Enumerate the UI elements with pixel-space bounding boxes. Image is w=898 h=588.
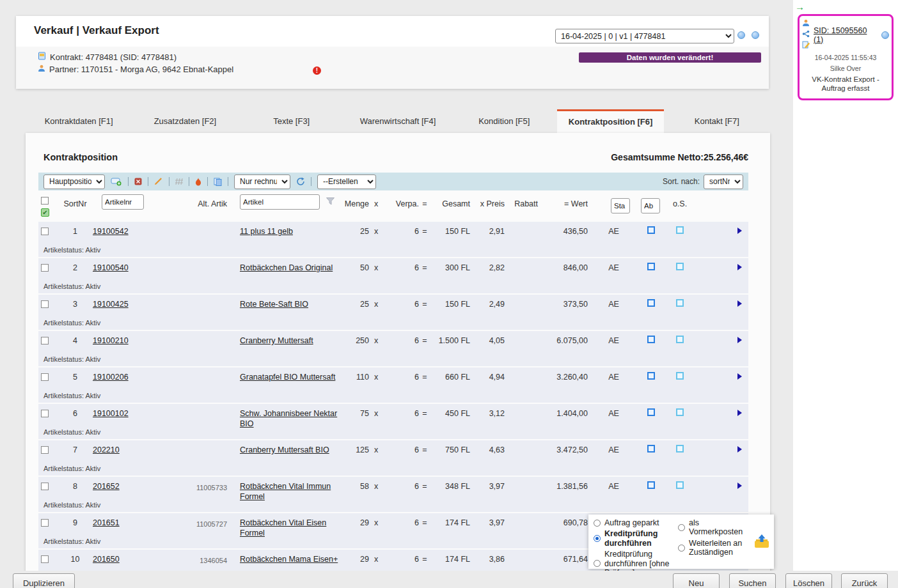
radio-option[interactable]: Weiterleiten an Zuständigen (678, 539, 750, 557)
artikelnr-link[interactable]: 19100542 (93, 227, 129, 236)
tab[interactable]: Kontraktposition [F6] (557, 109, 663, 133)
tab[interactable]: Kontakt [F7] (664, 109, 770, 133)
artikelnr-link[interactable]: 19100425 (93, 300, 129, 309)
artikel-link[interactable]: Granatapfel BIO Muttersaft (240, 373, 335, 382)
sta-filter-input[interactable] (611, 198, 630, 213)
sta-checkbox[interactable] (647, 263, 655, 270)
ab-checkbox[interactable] (676, 299, 684, 307)
row-checkbox[interactable] (41, 300, 49, 308)
copy-icon[interactable] (214, 178, 222, 186)
row-checkbox[interactable] (41, 483, 49, 490)
artikel-link[interactable]: Rotbäckchen Vital Eisen Formel (240, 518, 326, 538)
radio-icon[interactable] (678, 545, 685, 552)
ab-checkbox[interactable] (676, 263, 684, 270)
position-type-select[interactable]: Hauptposition (43, 174, 105, 189)
tab[interactable]: Zusatzdaten [F2] (132, 109, 238, 133)
row-expand-arrow-icon[interactable] (737, 228, 742, 234)
send-order-icon[interactable] (753, 534, 770, 565)
filter-funnel-icon[interactable] (326, 197, 335, 207)
row-expand-arrow-icon[interactable] (737, 337, 742, 343)
row-expand-arrow-icon[interactable] (737, 264, 742, 270)
artikelnr-link[interactable]: 201650 (93, 555, 120, 564)
invoice-filter-select[interactable]: Nur rechnun (234, 174, 290, 189)
col-os: o.S. (663, 194, 697, 224)
artikel-link[interactable]: Schw. Johannisbeer Nektar BIO (240, 409, 337, 428)
search-round-icon[interactable] (737, 31, 745, 39)
loeschen-button[interactable]: Löschen (785, 573, 832, 588)
artikel-link[interactable]: Cranberry Muttersaft (240, 336, 313, 345)
artikelnr-filter-input[interactable] (102, 194, 144, 210)
grid-icon[interactable] (175, 178, 183, 185)
row-expand-arrow-icon[interactable] (737, 483, 742, 489)
row-expand-arrow-icon[interactable] (737, 300, 742, 307)
ab-checkbox[interactable] (676, 336, 684, 343)
flag-icon[interactable] (195, 178, 201, 186)
artikelnr-link[interactable]: 19100102 (93, 409, 129, 418)
row-checkbox[interactable] (41, 555, 49, 563)
ab-checkbox[interactable] (676, 226, 684, 234)
radio-option[interactable]: Auftrag geparkt (594, 518, 675, 527)
tab[interactable]: Texte [F3] (239, 109, 345, 133)
duplizieren-button[interactable]: Duplizieren (13, 573, 75, 588)
sta-checkbox[interactable] (647, 408, 655, 416)
ab-filter-input[interactable] (641, 198, 660, 213)
zurueck-button[interactable]: Zurück (841, 573, 888, 588)
artikel-link[interactable]: 11 plus 11 gelb (240, 227, 293, 236)
row-checkbox[interactable] (41, 337, 49, 344)
row-checkbox[interactable] (41, 228, 49, 235)
radio-icon[interactable] (594, 535, 601, 542)
artikelnr-link[interactable]: 202210 (93, 445, 120, 454)
artikel-link[interactable]: Rotbäckchen Mama Eisen+ (240, 555, 338, 564)
add-position-icon[interactable] (111, 177, 122, 186)
row-expand-arrow-icon[interactable] (737, 410, 742, 416)
suchen-button[interactable]: Suchen (729, 573, 776, 588)
sta-checkbox[interactable] (647, 445, 655, 453)
row-checkbox[interactable] (41, 519, 49, 527)
row-checkbox[interactable] (41, 264, 49, 272)
artikelnr-link[interactable]: 201652 (93, 482, 120, 491)
sta-checkbox[interactable] (647, 372, 655, 380)
radio-option[interactable]: Kreditprüfung durchführen (594, 529, 675, 548)
artikelnr-link[interactable]: 19100206 (93, 373, 129, 382)
sta-checkbox[interactable] (647, 299, 655, 307)
radio-icon[interactable] (678, 524, 685, 531)
ab-checkbox[interactable] (676, 445, 684, 453)
select-all-checkbox[interactable] (41, 197, 49, 205)
edit-icon[interactable] (154, 178, 163, 185)
sta-checkbox[interactable] (647, 336, 655, 343)
sid-round-icon[interactable] (881, 31, 889, 39)
artikelnr-link[interactable]: 201651 (93, 518, 120, 527)
neu-button[interactable]: Neu (673, 573, 720, 588)
create-select[interactable]: --Erstellen (317, 174, 376, 189)
refresh-icon[interactable] (296, 177, 305, 186)
sta-checkbox[interactable] (647, 481, 655, 489)
radio-option[interactable]: als Vormerkposten (678, 518, 750, 537)
sid-link[interactable]: SID: 15095560 (1) (814, 26, 879, 44)
tab[interactable]: Kontraktdaten [F1] (26, 109, 132, 133)
row-checkbox[interactable] (41, 373, 49, 381)
ab-checkbox[interactable] (676, 408, 684, 416)
artikelnr-link[interactable]: 19100540 (93, 263, 129, 272)
tab[interactable]: Warenwirtschaft [F4] (345, 109, 451, 133)
artikel-link[interactable]: Rote Bete-Saft BIO (240, 300, 308, 309)
row-expand-arrow-icon[interactable] (737, 373, 742, 380)
artikel-link[interactable]: Cranberry Muttersaft BIO (240, 445, 329, 454)
info-round-icon[interactable] (752, 31, 759, 39)
sta-checkbox[interactable] (647, 226, 655, 234)
artikelnr-link[interactable]: 19100210 (93, 336, 129, 345)
row-checkbox[interactable] (41, 446, 49, 454)
delete-icon[interactable] (134, 178, 142, 185)
ab-checkbox[interactable] (676, 481, 684, 489)
sort-select[interactable]: sortNr (704, 174, 743, 189)
artikel-filter-input[interactable] (240, 194, 320, 210)
artikel-link[interactable]: Rotbäckchen Vital Immun Formel (240, 482, 331, 501)
ab-checkbox[interactable] (676, 372, 684, 380)
version-select[interactable]: 16-04-2025 | 0 | v1 | 4778481 (555, 29, 734, 43)
radio-icon[interactable] (594, 560, 601, 567)
row-expand-arrow-icon[interactable] (737, 446, 742, 453)
artikel-link[interactable]: Rotbäckchen Das Original (240, 263, 333, 272)
tab[interactable]: Kondition [F5] (451, 109, 557, 133)
row-checkbox[interactable] (41, 410, 49, 417)
radio-icon[interactable] (594, 520, 601, 527)
select-all-check-icon[interactable]: ✔ (41, 208, 49, 217)
